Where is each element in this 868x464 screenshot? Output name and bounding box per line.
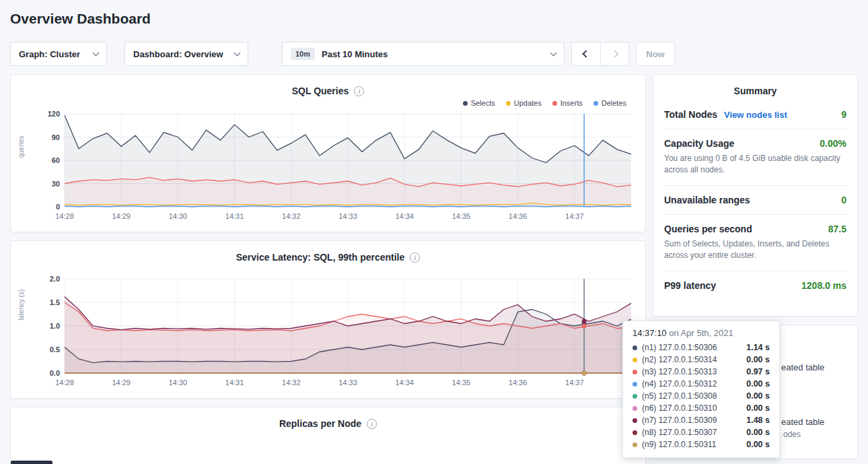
svg-text:14:34: 14:34 bbox=[395, 378, 414, 387]
y-axis-label: latency (s) bbox=[17, 290, 25, 321]
node-color-dot bbox=[632, 418, 637, 423]
summary-value: 0.00% bbox=[820, 138, 846, 149]
chart-legend: Selects Updates Inserts Deletes bbox=[11, 98, 645, 108]
node-color-dot bbox=[632, 406, 637, 411]
event-text-fragment: eated table bbox=[781, 417, 824, 427]
time-range-badge: 10m bbox=[291, 48, 315, 60]
service-latency-chart-card: Service Latency: SQL, 99th percentile i … bbox=[10, 240, 646, 399]
graph-dropdown[interactable]: Graph: Cluster bbox=[10, 42, 107, 66]
summary-label: Queries per second bbox=[664, 224, 752, 234]
svg-text:14:28: 14:28 bbox=[55, 212, 74, 220]
tooltip-row-n1: (n1) 127.0.0.1:503061.14 s bbox=[632, 341, 770, 354]
now-button[interactable]: Now bbox=[636, 42, 675, 66]
page-title: Overview Dashboard bbox=[0, 0, 868, 27]
svg-text:14:32: 14:32 bbox=[282, 212, 301, 220]
svg-text:90: 90 bbox=[52, 133, 60, 141]
info-icon[interactable]: i bbox=[410, 253, 420, 263]
sql-queries-plot[interactable]: 030609012014:2814:2914:3014:3114:3214:33… bbox=[32, 108, 638, 223]
svg-text:14:32: 14:32 bbox=[282, 378, 301, 387]
node-color-dot bbox=[632, 382, 637, 387]
svg-text:14:34: 14:34 bbox=[395, 212, 414, 220]
summary-value: 87.5 bbox=[828, 224, 846, 234]
legend-dot bbox=[506, 101, 511, 106]
tooltip-timestamp: 14:37:10 on Apr 5th, 2021 bbox=[632, 328, 770, 341]
time-range-dropdown[interactable]: 10m Past 10 Minutes bbox=[282, 42, 565, 66]
dashboard-dropdown-label: Dashboard: Overview bbox=[133, 49, 223, 59]
svg-text:2.0: 2.0 bbox=[50, 275, 60, 283]
summary-value: 9 bbox=[841, 109, 846, 120]
legend-dot bbox=[552, 101, 557, 106]
toolbar: Graph: Cluster Dashboard: Overview 10m P… bbox=[10, 42, 858, 66]
summary-row-total-nodes: Total Nodes View nodes list 9 bbox=[664, 100, 846, 129]
tooltip-row-n2: (n2) 127.0.0.1:503140.00 s bbox=[632, 354, 770, 366]
tooltip-row-n5: (n5) 127.0.0.1:503080.00 s bbox=[632, 390, 770, 402]
node-color-dot bbox=[632, 430, 637, 435]
tooltip-row-n3: (n3) 127.0.0.1:503130.97 s bbox=[632, 366, 770, 378]
summary-value: 0 bbox=[841, 195, 846, 205]
svg-text:14:28: 14:28 bbox=[55, 378, 74, 387]
summary-row-queries-per-second: Queries per second 87.5 Sum of Selects, … bbox=[664, 215, 846, 271]
svg-text:14:37: 14:37 bbox=[565, 212, 584, 220]
chart-title: SQL Queries bbox=[292, 86, 349, 96]
svg-text:14:29: 14:29 bbox=[112, 378, 131, 387]
summary-row-p99-latency: P99 latency 1208.0 ms bbox=[664, 271, 846, 300]
svg-text:1.5: 1.5 bbox=[50, 298, 60, 306]
svg-text:14:36: 14:36 bbox=[509, 212, 528, 220]
node-color-dot bbox=[632, 358, 637, 362]
next-time-button[interactable] bbox=[600, 42, 628, 65]
svg-text:14:35: 14:35 bbox=[452, 378, 471, 387]
event-text-fragment: odes bbox=[783, 430, 801, 439]
charts-column: SQL Queries i Selects Updates Inserts De… bbox=[10, 74, 646, 464]
svg-text:14:37: 14:37 bbox=[565, 378, 584, 387]
view-nodes-list-link[interactable]: View nodes list bbox=[724, 110, 787, 120]
svg-text:14:29: 14:29 bbox=[112, 212, 131, 220]
svg-text:60: 60 bbox=[52, 156, 60, 164]
summary-label: P99 latency bbox=[664, 280, 716, 291]
dashboard-dropdown[interactable]: Dashboard: Overview bbox=[124, 42, 248, 66]
summary-label: Unavailable ranges bbox=[664, 195, 750, 205]
svg-text:14:35: 14:35 bbox=[452, 212, 471, 220]
prev-time-button[interactable] bbox=[572, 42, 600, 65]
tooltip-row-n4: (n4) 127.0.0.1:503120.00 s bbox=[632, 378, 770, 390]
chevron-down-icon bbox=[93, 49, 100, 56]
tooltip-row-n6: (n6) 127.0.0.1:503100.00 s bbox=[632, 402, 770, 414]
replicas-per-node-chart-card: Replicas per Node i bbox=[10, 407, 646, 464]
summary-panel: Summary Total Nodes View nodes list 9 Ca… bbox=[653, 74, 858, 317]
summary-description: Sum of Selects, Updates, Inserts, and De… bbox=[664, 238, 846, 262]
graph-dropdown-label: Graph: Cluster bbox=[19, 49, 80, 59]
legend-item-inserts[interactable]: Inserts bbox=[552, 98, 583, 108]
overview-dashboard-page: Overview Dashboard Graph: Cluster Dashbo… bbox=[0, 0, 868, 464]
legend-dot bbox=[463, 101, 468, 106]
summary-description: You are using 0 B of 4.5 GiB usable disk… bbox=[664, 153, 846, 176]
tooltip-row-n7: (n7) 127.0.0.1:503091.48 s bbox=[632, 414, 770, 426]
svg-text:0.5: 0.5 bbox=[50, 345, 60, 354]
event-text-fragment: eated table bbox=[781, 362, 824, 372]
legend-dot bbox=[593, 101, 598, 106]
chevron-left-icon bbox=[582, 50, 589, 57]
partial-chart-element bbox=[11, 461, 52, 464]
summary-title: Summary bbox=[664, 75, 846, 100]
time-step-group bbox=[571, 42, 629, 66]
tooltip-row-n8: (n8) 127.0.0.1:503070.00 s bbox=[632, 426, 770, 438]
legend-item-selects[interactable]: Selects bbox=[463, 98, 495, 108]
summary-label: Total Nodes bbox=[664, 109, 717, 120]
chevron-down-icon bbox=[234, 49, 241, 56]
time-range-label: Past 10 Minutes bbox=[322, 49, 388, 59]
chart-title: Replicas per Node bbox=[279, 418, 361, 429]
info-icon[interactable]: i bbox=[354, 86, 364, 96]
svg-text:14:31: 14:31 bbox=[225, 212, 244, 220]
service-latency-plot[interactable]: 0.00.51.01.52.014:2814:2914:3014:3114:32… bbox=[32, 273, 638, 389]
info-icon[interactable]: i bbox=[367, 419, 377, 429]
svg-text:0: 0 bbox=[56, 203, 60, 211]
svg-text:30: 30 bbox=[52, 180, 60, 188]
svg-text:14:36: 14:36 bbox=[509, 378, 528, 387]
node-color-dot bbox=[632, 370, 637, 374]
svg-text:14:31: 14:31 bbox=[225, 378, 244, 387]
svg-text:14:33: 14:33 bbox=[338, 378, 357, 387]
legend-item-updates[interactable]: Updates bbox=[506, 98, 542, 108]
node-color-dot bbox=[632, 394, 637, 399]
summary-row-capacity-usage: Capacity Usage 0.00% You are using 0 B o… bbox=[664, 129, 846, 186]
chart-title: Service Latency: SQL, 99th percentile bbox=[236, 252, 405, 263]
legend-item-deletes[interactable]: Deletes bbox=[593, 98, 626, 108]
chart-hover-tooltip: 14:37:10 on Apr 5th, 2021 (n1) 127.0.0.1… bbox=[622, 321, 780, 458]
